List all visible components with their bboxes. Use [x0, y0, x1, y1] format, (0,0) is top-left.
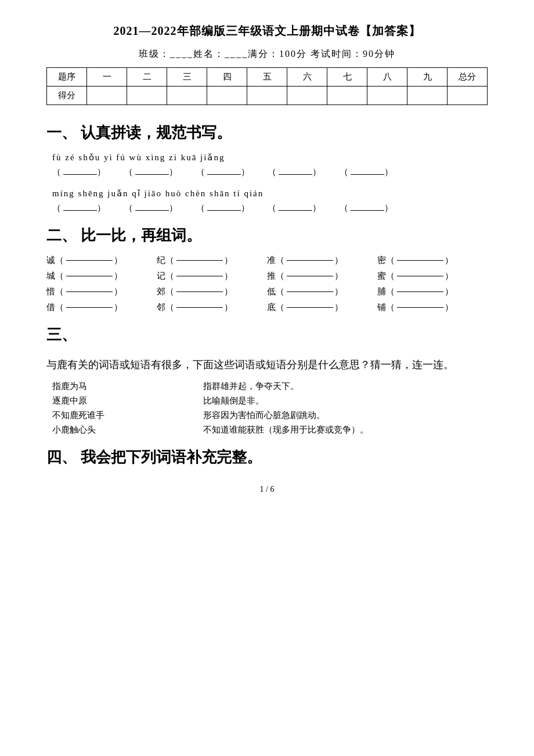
compare-row-3: 惜（） 郊（） 低（） 脯（）: [46, 286, 488, 297]
match-left: 指鹿为马: [52, 381, 168, 392]
blank[interactable]: [351, 202, 384, 211]
match-right: 指群雄并起，争夺天下。: [168, 381, 482, 392]
score-table-header: 五: [247, 68, 287, 87]
compare-item: 推（）: [267, 271, 360, 282]
match-left: 逐鹿中原: [52, 395, 168, 406]
compare-item: 准（）: [267, 255, 360, 266]
score-table-header: 七: [327, 68, 367, 87]
section1-pinyin-row2: míng shēng juǎn qǐ jiāo huò chèn shān tí…: [46, 188, 488, 199]
blank[interactable]: [397, 291, 443, 292]
blank[interactable]: [207, 202, 241, 211]
blank[interactable]: [63, 166, 97, 175]
section3-intro: 与鹿有关的词语或短语有很多，下面这些词语或短语分别是什么意思？猜一猜，连一连。: [46, 354, 488, 375]
compare-item: 低（）: [267, 286, 360, 297]
compare-item: 脯（）: [377, 286, 470, 297]
page-title: 2021—2022年部编版三年级语文上册期中试卷【加答案】: [46, 23, 488, 39]
match-right: 比喻颠倒是非。: [168, 395, 482, 406]
section1-answer-row1: （） （） （） （） （）: [46, 166, 488, 178]
score-row-label: 得分: [47, 87, 87, 105]
blank[interactable]: [66, 307, 113, 308]
blank[interactable]: [287, 291, 333, 292]
blank[interactable]: [176, 291, 223, 292]
compare-item: 惜（）: [46, 286, 139, 297]
score-table-header: 六: [287, 68, 327, 87]
blank[interactable]: [135, 166, 169, 175]
score-table-header: 四: [207, 68, 247, 87]
compare-row-1: 诚（） 纪（） 准（） 密（）: [46, 255, 488, 266]
score-table: 题序一二三四五六七八九总分 得分: [46, 67, 488, 105]
subtitle: 班级：____姓名：____满分：100分 考试时间：90分钟: [46, 48, 488, 60]
score-table-header: 九: [407, 68, 448, 87]
score-table-header: 八: [367, 68, 407, 87]
match-row-2: 逐鹿中原 比喻颠倒是非。: [46, 395, 488, 406]
blank[interactable]: [287, 307, 333, 308]
compare-item: 城（）: [46, 271, 139, 282]
match-left: 小鹿触心头: [52, 424, 168, 435]
match-row-4: 小鹿触心头 不知道谁能获胜（现多用于比赛或竞争）。: [46, 424, 488, 435]
compare-item: 郊（）: [157, 286, 250, 297]
blank[interactable]: [397, 260, 443, 261]
compare-item: 诚（）: [46, 255, 139, 266]
page-number: 1 / 6: [46, 485, 488, 494]
compare-item: 底（）: [267, 302, 360, 313]
blank[interactable]: [287, 276, 333, 276]
match-right: 不知道谁能获胜（现多用于比赛或竞争）。: [168, 424, 482, 435]
section3-title: 三、: [46, 325, 488, 345]
blank[interactable]: [176, 276, 223, 276]
blank[interactable]: [66, 276, 113, 276]
section4-title: 四、 我会把下列词语补充完整。: [46, 447, 488, 467]
section1-pinyin-row1: fù zé shǒu yì fú wù xìng zi kuā jiǎng: [46, 152, 488, 163]
compare-item: 铺（）: [377, 302, 470, 313]
compare-item: 借（）: [46, 302, 139, 313]
blank[interactable]: [397, 307, 443, 308]
blank[interactable]: [66, 291, 113, 292]
score-table-header: 三: [167, 68, 207, 87]
score-table-header: 题序: [47, 68, 87, 87]
match-items: 指鹿为马 指群雄并起，争夺天下。 逐鹿中原 比喻颠倒是非。 不知鹿死谁手 形容因…: [46, 381, 488, 435]
compare-item: 邻（）: [157, 302, 250, 313]
section2-title: 二、 比一比，再组词。: [46, 225, 488, 246]
match-left: 不知鹿死谁手: [52, 410, 168, 421]
blank[interactable]: [279, 166, 312, 175]
blank[interactable]: [351, 166, 384, 175]
blank[interactable]: [176, 307, 223, 308]
compare-section: 诚（） 纪（） 准（） 密（） 城（） 记（） 推（） 蜜（） 惜（） 郊（: [46, 255, 488, 313]
compare-item: 纪（）: [157, 255, 250, 266]
blank[interactable]: [135, 202, 169, 211]
compare-item: 记（）: [157, 271, 250, 282]
blank[interactable]: [176, 260, 223, 261]
match-row-1: 指鹿为马 指群雄并起，争夺天下。: [46, 381, 488, 392]
section1-answer-row2: （） （） （） （） （）: [46, 202, 488, 214]
score-table-header: 一: [87, 68, 127, 87]
blank[interactable]: [63, 202, 97, 211]
blank[interactable]: [397, 276, 443, 276]
compare-item: 密（）: [377, 255, 470, 266]
blank[interactable]: [287, 260, 333, 261]
compare-item: 蜜（）: [377, 271, 470, 282]
score-table-header: 总分: [448, 68, 488, 87]
compare-row-4: 借（） 邻（） 底（） 铺（）: [46, 302, 488, 313]
score-table-header: 二: [127, 68, 167, 87]
compare-row-2: 城（） 记（） 推（） 蜜（）: [46, 271, 488, 282]
blank[interactable]: [207, 166, 241, 175]
section1-title: 一、 认真拼读，规范书写。: [46, 123, 488, 143]
blank[interactable]: [66, 260, 113, 261]
blank[interactable]: [279, 202, 312, 211]
match-row-3: 不知鹿死谁手 形容因为害怕而心脏急剧跳动。: [46, 410, 488, 421]
match-right: 形容因为害怕而心脏急剧跳动。: [168, 410, 482, 421]
